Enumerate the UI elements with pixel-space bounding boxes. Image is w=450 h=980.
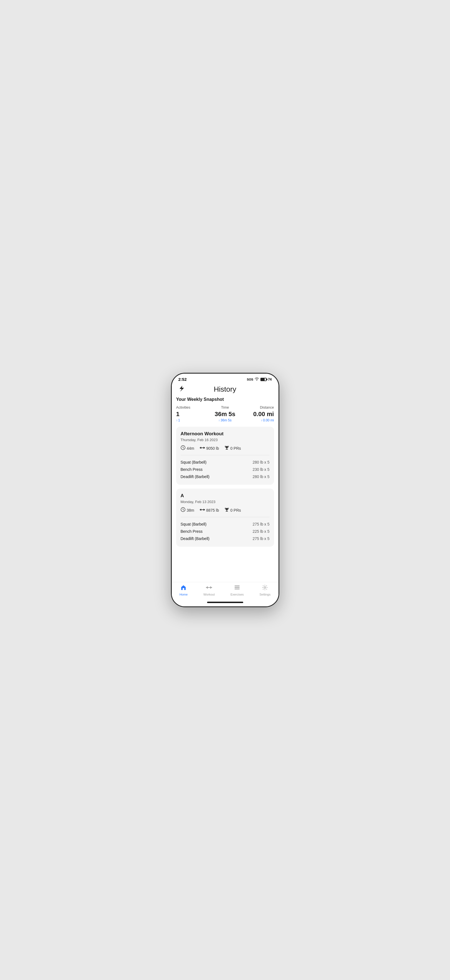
exercise-value-1-1: 225 lb x 5 bbox=[253, 529, 270, 534]
trophy-icon-1 bbox=[225, 508, 229, 513]
arrow-up-icon-3: ↑ bbox=[261, 418, 263, 422]
svg-point-23 bbox=[264, 587, 266, 588]
exercise-value-1-0: 275 lb x 5 bbox=[253, 522, 270, 527]
nav-home-label: Home bbox=[180, 593, 188, 596]
exercise-value-0-1: 230 lb x 5 bbox=[253, 467, 270, 472]
page-title: History bbox=[214, 385, 236, 394]
workout-meta-0: 44m 9050 lb bbox=[181, 445, 270, 451]
workout-weight-label-0: 9050 lb bbox=[206, 446, 219, 450]
exercise-row-0-1: Bench Press 230 lb x 5 bbox=[181, 466, 270, 473]
workout-weight-1: 8875 lb bbox=[200, 508, 219, 513]
stat-distance: Distance 0.00 mi ↑ 0.00 mi bbox=[241, 405, 274, 422]
app-logo bbox=[177, 385, 185, 394]
status-bar: 2:52 SOS 74 bbox=[172, 374, 279, 384]
workout-duration-label-1: 38m bbox=[187, 508, 194, 512]
home-indicator bbox=[207, 602, 243, 603]
svg-rect-10 bbox=[201, 509, 203, 510]
workout-meta-1: 38m 8875 lb bbox=[181, 507, 270, 513]
card-divider-1 bbox=[181, 517, 270, 517]
workout-prs-label-0: 0 PRs bbox=[230, 446, 241, 450]
battery-level: 74 bbox=[268, 377, 271, 382]
main-content: Your Weekly Snapshot Activities 1 ↑ 1 Ti… bbox=[172, 397, 279, 582]
stat-activities-change: ↑ 1 bbox=[176, 418, 209, 422]
workout-title-1: A bbox=[181, 493, 270, 499]
status-icons: SOS 74 bbox=[247, 377, 272, 382]
stat-activities: Activities 1 ↑ 1 bbox=[176, 405, 209, 422]
exercise-name-1-0: Squat (Barbell) bbox=[181, 522, 206, 527]
nav-workout[interactable]: Workout bbox=[203, 584, 215, 596]
svg-rect-14 bbox=[183, 588, 184, 590]
exercise-name-1-2: Deadlift (Barbell) bbox=[181, 536, 209, 541]
svg-rect-19 bbox=[211, 587, 212, 588]
svg-rect-13 bbox=[226, 511, 228, 512]
workout-weight-label-1: 8875 lb bbox=[206, 508, 219, 512]
stat-distance-change: ↑ 0.00 mi bbox=[241, 418, 274, 422]
phone-screen: 2:52 SOS 74 bbox=[172, 374, 279, 606]
nav-workout-label: Workout bbox=[203, 593, 215, 596]
exercise-name-0-0: Squat (Barbell) bbox=[181, 460, 206, 465]
phone-frame: 2:52 SOS 74 bbox=[171, 373, 279, 607]
workout-prs-0: 0 PRs bbox=[225, 445, 241, 451]
workout-duration-0: 44m bbox=[181, 445, 194, 451]
exercise-value-1-2: 275 lb x 5 bbox=[253, 536, 270, 541]
svg-rect-12 bbox=[204, 509, 205, 510]
stat-time-value: 36m 5s bbox=[209, 410, 241, 418]
exercise-row-0-0: Squat (Barbell) 280 lb x 5 bbox=[181, 458, 270, 466]
stat-distance-label: Distance bbox=[241, 405, 274, 409]
battery-icon bbox=[260, 378, 266, 381]
dumbbell-icon-0 bbox=[200, 446, 205, 451]
exercise-name-0-2: Deadlift (Barbell) bbox=[181, 474, 209, 479]
svg-rect-1 bbox=[200, 447, 201, 448]
exercise-value-0-0: 280 lb x 5 bbox=[253, 460, 270, 465]
arrow-up-icon-2: ↑ bbox=[219, 418, 220, 422]
workout-prs-label-1: 0 PRs bbox=[230, 508, 241, 512]
stat-activities-label: Activities bbox=[176, 405, 209, 409]
exercises-nav-icon bbox=[234, 584, 240, 592]
clock-icon-0 bbox=[181, 445, 185, 451]
wifi-icon bbox=[255, 377, 259, 382]
nav-settings[interactable]: Settings bbox=[259, 584, 270, 596]
svg-rect-21 bbox=[235, 587, 239, 588]
home-nav-icon bbox=[180, 584, 187, 592]
nav-exercises-label: Exercises bbox=[230, 593, 244, 596]
exercise-row-0-2: Deadlift (Barbell) 280 lb x 5 bbox=[181, 473, 270, 480]
svg-rect-4 bbox=[203, 447, 204, 449]
stat-time-change: ↑ 36m 5s bbox=[209, 418, 241, 422]
stat-activities-value: 1 bbox=[176, 410, 209, 418]
svg-rect-22 bbox=[235, 589, 239, 589]
nav-exercises[interactable]: Exercises bbox=[230, 584, 244, 596]
workout-nav-icon bbox=[206, 584, 212, 592]
arrow-up-icon: ↑ bbox=[176, 418, 178, 422]
svg-rect-3 bbox=[201, 447, 203, 448]
stat-time: Time 36m 5s ↑ 36m 5s bbox=[209, 405, 241, 422]
dumbbell-icon-1 bbox=[200, 508, 205, 513]
workout-duration-1: 38m bbox=[181, 507, 194, 513]
workout-title-0: Afternoon Workout bbox=[181, 431, 270, 437]
svg-rect-16 bbox=[207, 586, 208, 589]
workout-duration-label-0: 44m bbox=[187, 446, 194, 450]
svg-rect-20 bbox=[235, 585, 239, 586]
page-header: History bbox=[172, 384, 279, 397]
bottom-nav: Home Workout bbox=[172, 582, 279, 602]
svg-rect-9 bbox=[201, 509, 201, 511]
svg-rect-17 bbox=[208, 587, 211, 588]
exercise-name-1-1: Bench Press bbox=[181, 529, 203, 534]
svg-rect-2 bbox=[201, 447, 201, 449]
svg-rect-6 bbox=[226, 449, 228, 450]
nav-settings-label: Settings bbox=[259, 593, 270, 596]
stat-distance-value: 0.00 mi bbox=[241, 410, 274, 418]
svg-rect-8 bbox=[200, 509, 201, 510]
exercise-row-1-0: Squat (Barbell) 275 lb x 5 bbox=[181, 520, 270, 528]
home-indicator-area bbox=[172, 602, 279, 606]
workout-card-1[interactable]: A Monday, Feb 13 2023 38m bbox=[176, 488, 274, 547]
nav-home[interactable]: Home bbox=[180, 584, 188, 596]
workout-card-0[interactable]: Afternoon Workout Thursday, Feb 16 2023 … bbox=[176, 427, 274, 485]
svg-rect-11 bbox=[203, 509, 204, 511]
settings-nav-icon bbox=[262, 584, 268, 592]
status-time: 2:52 bbox=[179, 377, 187, 382]
svg-rect-18 bbox=[211, 586, 211, 589]
workout-date-1: Monday, Feb 13 2023 bbox=[181, 500, 270, 504]
weekly-snapshot: Your Weekly Snapshot Activities 1 ↑ 1 Ti… bbox=[176, 397, 274, 422]
workout-prs-1: 0 PRs bbox=[225, 508, 241, 513]
stat-time-label: Time bbox=[209, 405, 241, 409]
